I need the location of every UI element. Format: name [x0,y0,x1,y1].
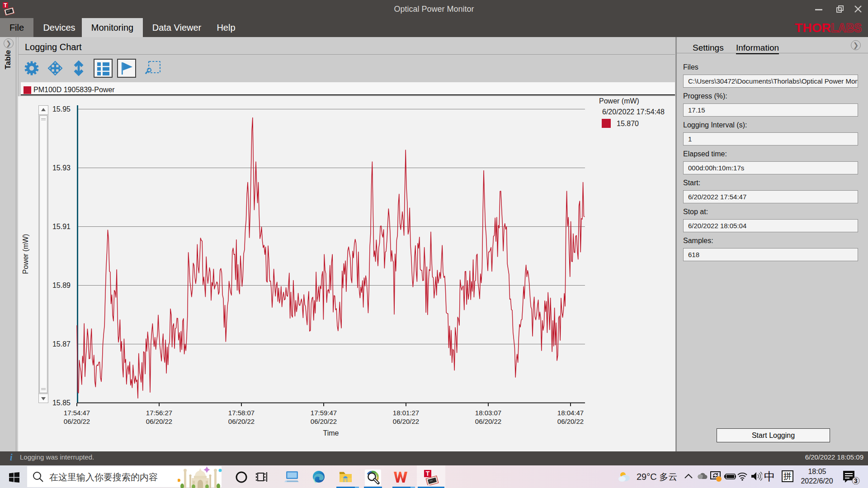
svg-text:17:59:47: 17:59:47 [311,409,337,417]
svg-text:06/20/22: 06/20/22 [228,418,255,425]
svg-text:06/20/22: 06/20/22 [393,418,419,425]
svg-text:15.93: 15.93 [52,164,71,172]
svg-text:T: T [426,470,430,477]
svg-text:18:04:47: 18:04:47 [557,409,584,417]
svg-text:06/20/22: 06/20/22 [64,418,90,425]
svg-text:06/20/22: 06/20/22 [146,418,172,425]
svg-text:6/20/2022 17:54:48: 6/20/2022 17:54:48 [602,108,665,116]
svg-text:18:01:27: 18:01:27 [393,409,419,417]
svg-text:06/20/22: 06/20/22 [557,418,584,425]
svg-text:Power (mW): Power (mW) [22,234,29,274]
svg-text:17:54:47: 17:54:47 [64,409,90,417]
svg-text:T: T [4,2,7,9]
svg-text:THOR: THOR [795,21,831,34]
svg-text:18:03:07: 18:03:07 [475,409,501,417]
svg-text:Time: Time [323,429,339,437]
svg-text:Power (mW): Power (mW) [599,97,639,105]
svg-text:3: 3 [854,477,858,484]
svg-text:17:56:27: 17:56:27 [146,409,172,417]
svg-text:15.870: 15.870 [617,120,639,127]
svg-text:17:58:07: 17:58:07 [228,409,255,417]
svg-text:15.89: 15.89 [52,282,71,289]
svg-text:06/20/22: 06/20/22 [311,418,337,425]
svg-text:15.85: 15.85 [52,399,71,407]
svg-text:15.95: 15.95 [52,105,71,113]
svg-text:15.87: 15.87 [52,340,71,348]
svg-text:LABS: LABS [831,21,862,34]
svg-text:15.91: 15.91 [52,223,71,230]
svg-text:06/20/22: 06/20/22 [475,418,501,425]
